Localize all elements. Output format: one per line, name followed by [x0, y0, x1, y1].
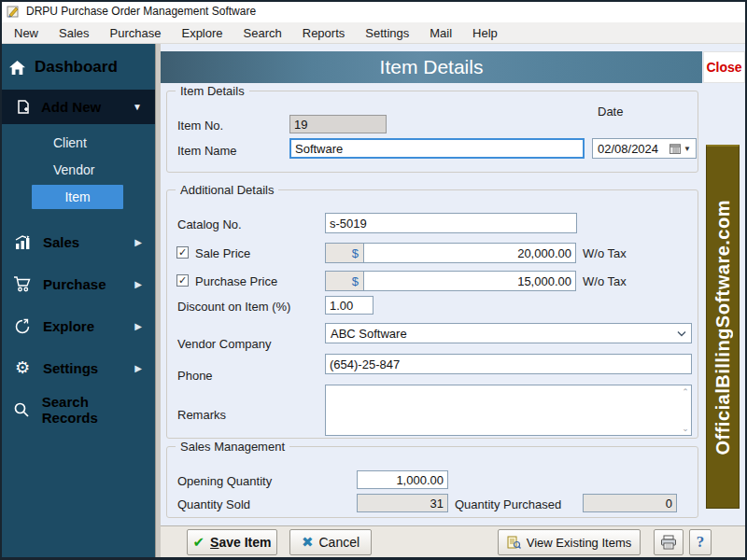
catalog-no-label: Catalog No. [177, 217, 242, 231]
purchase-price-checkbox[interactable]: ✓ [176, 274, 189, 287]
sidebar-item-label: Sales [43, 234, 79, 250]
menu-settings[interactable]: Settings [355, 23, 419, 43]
search-icon [13, 401, 31, 418]
view-existing-items-label: View Existing Items [527, 536, 631, 550]
menu-help[interactable]: Help [462, 23, 508, 43]
banner-text: OfficialBillingSoftware.com [712, 200, 734, 455]
quantity-sold-field [357, 494, 448, 512]
view-items-icon [507, 536, 521, 550]
help-button[interactable]: ? [689, 529, 712, 555]
sale-price-checkbox[interactable]: ✓ [176, 246, 189, 259]
date-value: 02/08/2024 [598, 142, 658, 156]
sidebar-item-label: Dashboard [35, 58, 118, 77]
chevron-right-icon: ▶ [134, 279, 142, 289]
sidebar-item-search-records[interactable]: Search Records [0, 397, 155, 423]
discount-field[interactable] [325, 296, 374, 315]
date-picker[interactable]: 02/08/2024 ▼ [592, 138, 697, 159]
purchase-price-field[interactable] [363, 271, 576, 291]
vendor-company-label: Vendor Company [177, 337, 271, 351]
sale-tax-suffix: W/o Tax [583, 246, 627, 260]
save-item-button[interactable]: ✔ Save Item [187, 529, 277, 555]
group-title: Additional Details [176, 183, 278, 197]
quantity-purchased-field [583, 494, 677, 512]
title-bar: DRPU Purchase Order Management Software [0, 0, 747, 22]
vertical-ad-banner: OfficialBillingSoftware.com [706, 145, 740, 509]
question-mark-icon: ? [697, 533, 705, 552]
menu-mail[interactable]: Mail [419, 23, 462, 43]
page-title: Item Details [380, 56, 484, 78]
sidebar-item-settings[interactable]: ⚙ Settings ▶ [0, 355, 155, 381]
chevron-down-icon: ▼ [684, 145, 691, 153]
sidebar-item-label: Search Records [42, 394, 142, 426]
sidebar-item-purchase[interactable]: Purchase ▶ [0, 271, 155, 297]
app-logo-icon [7, 5, 21, 19]
menu-search[interactable]: Search [233, 23, 292, 43]
button-bar: ✔ Save Item ✖ Cancel View Existing Items… [161, 525, 747, 557]
date-label: Date [598, 105, 623, 119]
printer-icon [660, 535, 677, 550]
menu-bar: New Sales Purchase Explore Search Report… [0, 22, 747, 44]
menu-purchase[interactable]: Purchase [100, 23, 172, 43]
sale-price-field[interactable] [363, 243, 576, 263]
cart-icon [13, 275, 32, 293]
cancel-button[interactable]: ✖ Cancel [289, 529, 372, 555]
sidebar-item-item[interactable]: Item [32, 185, 123, 209]
vendor-company-select[interactable]: ABC Software [325, 323, 692, 343]
sidebar-item-dashboard[interactable]: Dashboard [7, 53, 153, 81]
item-no-field [289, 115, 387, 133]
item-no-label: Item No. [177, 119, 223, 133]
checkmark-icon: ✔ [193, 534, 205, 551]
chevron-right-icon: ▶ [134, 237, 142, 247]
opening-quantity-label: Opening Quantity [177, 474, 272, 488]
add-new-icon [13, 99, 32, 115]
phone-label: Phone [177, 369, 213, 383]
sidebar-item-sales[interactable]: Sales ▶ [0, 229, 155, 255]
close-button[interactable]: Close [703, 51, 745, 83]
remarks-label: Remarks [177, 408, 226, 422]
view-existing-items-button[interactable]: View Existing Items [498, 529, 641, 555]
discount-label: Discount on Item (%) [177, 300, 290, 314]
sidebar-item-vendor[interactable]: Vendor [0, 158, 155, 182]
chevron-down-icon [677, 328, 686, 339]
item-name-label: Item Name [177, 144, 237, 158]
purchase-price-label: Purchase Price [195, 274, 277, 288]
sidebar-item-explore[interactable]: Explore ▶ [0, 313, 155, 339]
menu-sales[interactable]: Sales [49, 23, 100, 43]
quantity-purchased-label: Quantity Purchased [455, 497, 561, 511]
chevron-down-icon: ▼ [133, 102, 142, 112]
chevron-right-icon: ▶ [134, 363, 142, 373]
calendar-icon [669, 144, 681, 154]
explore-pie-icon [13, 317, 32, 335]
window-title: DRPU Purchase Order Management Software [26, 5, 256, 18]
item-name-field[interactable] [289, 138, 585, 159]
opening-quantity-field[interactable] [357, 470, 448, 489]
group-title: Item Details [176, 84, 249, 98]
gear-icon: ⚙ [13, 359, 32, 376]
sidebar-item-add-new[interactable]: Add New ▼ [0, 90, 155, 124]
vendor-company-value: ABC Software [331, 327, 407, 341]
sale-price-label: Sale Price [195, 246, 250, 260]
print-button[interactable] [654, 529, 684, 555]
menu-explore[interactable]: Explore [171, 23, 233, 43]
cancel-label: Cancel [318, 535, 359, 550]
group-item-details: Item Details [166, 91, 698, 173]
phone-field[interactable] [325, 354, 692, 374]
sidebar-item-client[interactable]: Client [0, 131, 155, 155]
remarks-field[interactable] [325, 385, 692, 436]
sidebar-item-label: Purchase [43, 276, 106, 292]
sidebar-item-label: Explore [43, 318, 94, 334]
menu-new[interactable]: New [4, 23, 49, 43]
x-icon: ✖ [302, 534, 314, 551]
sidebar-item-label: Settings [43, 360, 98, 376]
catalog-no-field[interactable] [325, 213, 577, 233]
purchase-currency-box: $ [325, 271, 364, 291]
sidebar-item-label: Add New [41, 99, 101, 115]
sale-currency-box: $ [325, 243, 364, 263]
page-title-bar: Item Details [161, 51, 702, 83]
group-title: Sales Management [176, 440, 289, 454]
chevron-right-icon: ▶ [134, 321, 142, 331]
menu-reports[interactable]: Reports [292, 23, 356, 43]
quantity-sold-label: Quantity Sold [177, 497, 250, 511]
home-icon [7, 60, 26, 76]
purchase-tax-suffix: W/o Tax [583, 274, 627, 288]
